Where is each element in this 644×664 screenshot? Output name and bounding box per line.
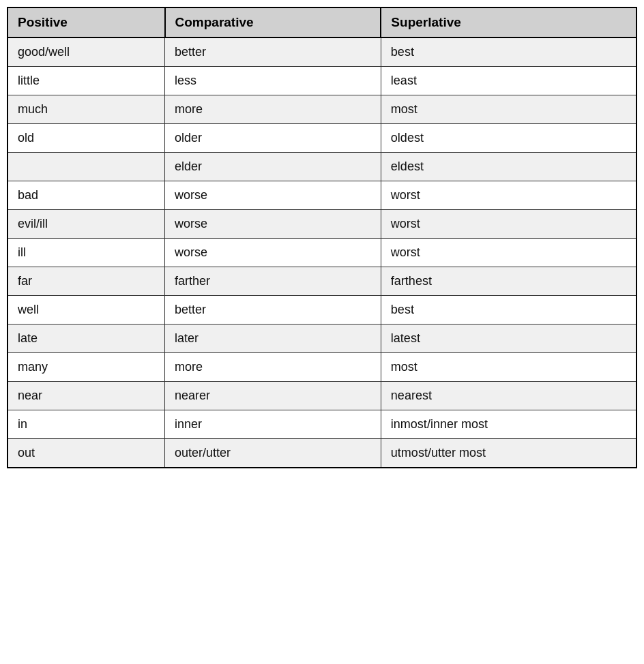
cell-positive: far — [8, 267, 165, 296]
table-row: outouter/utterutmost/utter most — [8, 439, 636, 468]
cell-positive: little — [8, 67, 165, 95]
cell-positive: late — [8, 325, 165, 353]
table-row: wellbetterbest — [8, 296, 636, 325]
cell-positive: evil/ill — [8, 210, 165, 239]
cell-comparative: better — [165, 296, 381, 325]
header-positive: Positive — [8, 7, 165, 37]
header-superlative: Superlative — [381, 7, 636, 37]
table-row: ininnerinmost/inner most — [8, 410, 636, 439]
cell-superlative: inmost/inner most — [381, 410, 636, 439]
cell-positive: many — [8, 353, 165, 382]
cell-comparative: worse — [165, 239, 381, 267]
cell-positive: old — [8, 124, 165, 153]
header-comparative: Comparative — [165, 7, 381, 37]
cell-positive: good/well — [8, 37, 165, 67]
cell-comparative: older — [165, 124, 381, 153]
table-row: evil/illworseworst — [8, 210, 636, 239]
cell-comparative: later — [165, 325, 381, 353]
cell-positive: much — [8, 95, 165, 124]
cell-superlative: worst — [381, 239, 636, 267]
cell-comparative: worse — [165, 210, 381, 239]
cell-comparative: less — [165, 67, 381, 95]
cell-superlative: farthest — [381, 267, 636, 296]
cell-comparative: outer/utter — [165, 439, 381, 468]
cell-superlative: most — [381, 95, 636, 124]
table-row: oldolderoldest — [8, 124, 636, 153]
table-row: latelaterlatest — [8, 325, 636, 353]
table-row: eldereldest — [8, 153, 636, 181]
table-row: manymoremost — [8, 353, 636, 382]
table-row: farfartherfarthest — [8, 267, 636, 296]
cell-comparative: more — [165, 353, 381, 382]
cell-superlative: best — [381, 37, 636, 67]
table-row: littlelessleast — [8, 67, 636, 95]
cell-positive: near — [8, 382, 165, 410]
cell-comparative: worse — [165, 181, 381, 210]
cell-comparative: better — [165, 37, 381, 67]
cell-comparative: more — [165, 95, 381, 124]
cell-positive: ill — [8, 239, 165, 267]
table-header-row: Positive Comparative Superlative — [8, 7, 636, 37]
cell-comparative: farther — [165, 267, 381, 296]
cell-superlative: oldest — [381, 124, 636, 153]
adjective-comparison-table: Positive Comparative Superlative good/we… — [7, 7, 637, 468]
cell-positive: bad — [8, 181, 165, 210]
cell-positive: in — [8, 410, 165, 439]
cell-superlative: nearest — [381, 382, 636, 410]
cell-superlative: utmost/utter most — [381, 439, 636, 468]
cell-superlative: worst — [381, 210, 636, 239]
cell-comparative: nearer — [165, 382, 381, 410]
cell-superlative: best — [381, 296, 636, 325]
table-row: good/wellbetterbest — [8, 37, 636, 67]
cell-superlative: latest — [381, 325, 636, 353]
cell-superlative: most — [381, 353, 636, 382]
cell-superlative: eldest — [381, 153, 636, 181]
cell-comparative: inner — [165, 410, 381, 439]
table-row: badworseworst — [8, 181, 636, 210]
cell-positive — [8, 153, 165, 181]
cell-comparative: elder — [165, 153, 381, 181]
table-row: illworseworst — [8, 239, 636, 267]
cell-superlative: least — [381, 67, 636, 95]
table-row: muchmoremost — [8, 95, 636, 124]
cell-positive: out — [8, 439, 165, 468]
table-row: nearnearernearest — [8, 382, 636, 410]
cell-superlative: worst — [381, 181, 636, 210]
cell-positive: well — [8, 296, 165, 325]
